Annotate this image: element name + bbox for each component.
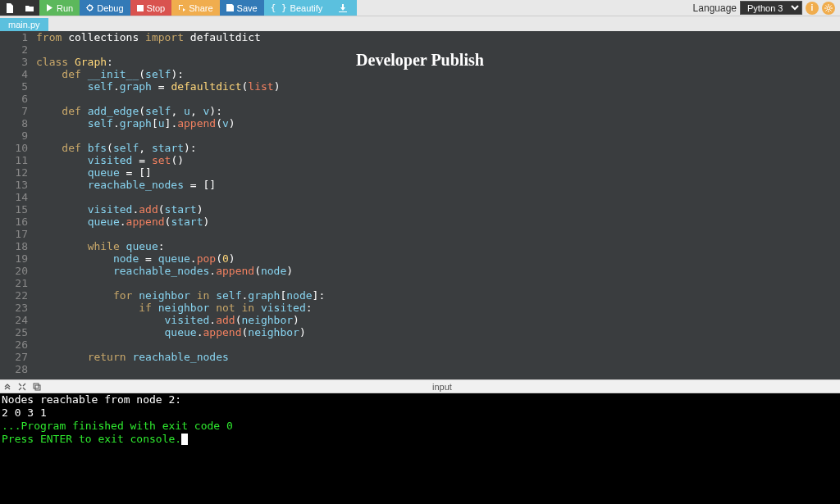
toolbar: Run Debug Stop Share Save { } Beautify L… — [0, 0, 840, 16]
code-line: self.graph = defaultdict(list) — [36, 80, 840, 93]
tab-bar: main.py — [0, 16, 840, 31]
code-line — [36, 363, 840, 375]
code-line: while queue: — [36, 240, 840, 252]
console-line: Nodes reachable from node 2: — [2, 393, 838, 406]
svg-point-2 — [827, 7, 830, 10]
download-icon — [339, 4, 347, 12]
file-tab-label: main.py — [8, 20, 40, 30]
share-button[interactable]: Share — [171, 0, 219, 16]
svg-point-0 — [88, 6, 93, 11]
io-bar: input — [0, 379, 840, 393]
io-collapse-button[interactable] — [0, 379, 15, 393]
code-line: return reachable_nodes — [36, 351, 840, 363]
share-label: Share — [189, 3, 212, 13]
share-icon — [178, 4, 185, 11]
code-line — [36, 191, 840, 203]
code-line: visited.add(neighbor) — [36, 314, 840, 326]
open-file-button[interactable] — [20, 0, 39, 16]
console-line: Press ENTER to exit console. — [2, 433, 838, 446]
stop-label: Stop — [147, 3, 166, 13]
console-line: 2 0 3 1 — [2, 406, 838, 420]
code-line: reachable_nodes = [] — [36, 179, 840, 191]
code-line: visited.add(start) — [36, 203, 840, 216]
save-button[interactable]: Save — [220, 0, 264, 16]
code-line — [36, 277, 840, 289]
folder-open-icon — [25, 3, 34, 13]
code-line: def __init__(self): — [36, 68, 840, 80]
svg-rect-1 — [137, 5, 144, 11]
code-line: def bfs(self, start): — [36, 142, 840, 154]
code-line: from collections import defaultdict — [36, 31, 840, 43]
code-line: reachable_nodes.append(node) — [36, 265, 840, 277]
beautify-button[interactable]: { } Beautify — [264, 0, 330, 16]
file-icon — [5, 3, 15, 13]
console-line: ...Program finished with exit code 0 — [2, 420, 838, 433]
code-line: queue = [] — [36, 166, 840, 179]
code-line: def add_edge(self, u, v): — [36, 105, 840, 117]
code-line: self.graph[u].append(v) — [36, 117, 840, 129]
copy-icon — [33, 383, 41, 391]
code-line: for neighbor in self.graph[node]: — [36, 289, 840, 302]
download-button[interactable] — [329, 0, 357, 16]
line-gutter: 1234567891011121314151617181920212223242… — [0, 31, 33, 379]
settings-button[interactable] — [822, 2, 835, 15]
code-line: queue.append(neighbor) — [36, 326, 840, 338]
collapse-icon — [3, 383, 11, 391]
io-expand-button[interactable] — [15, 379, 30, 393]
stop-icon — [137, 5, 144, 11]
cursor — [181, 434, 188, 445]
debug-button[interactable]: Debug — [80, 0, 130, 16]
expand-icon — [18, 383, 26, 391]
bug-icon — [86, 4, 94, 11]
language-select[interactable]: Python 3 — [740, 1, 802, 15]
toolbar-left: Run Debug Stop Share Save { } Beautify — [0, 0, 357, 16]
stop-button[interactable]: Stop — [130, 0, 172, 16]
code-line — [36, 43, 840, 56]
code-line — [36, 338, 840, 351]
file-tab[interactable]: main.py — [0, 18, 48, 31]
code-editor[interactable]: 1234567891011121314151617181920212223242… — [0, 31, 840, 379]
code-area[interactable]: from collections import defaultdictclass… — [33, 31, 840, 379]
code-line — [36, 228, 840, 240]
run-button[interactable]: Run — [39, 0, 80, 16]
beautify-label: Beautify — [290, 3, 323, 13]
io-copy-button[interactable] — [30, 379, 44, 393]
info-button[interactable]: i — [806, 2, 819, 15]
info-icon: i — [811, 3, 814, 12]
debug-label: Debug — [97, 3, 123, 13]
svg-rect-4 — [35, 385, 40, 390]
code-line: class Graph: — [36, 56, 840, 68]
toolbar-right: Language Python 3 i — [693, 0, 840, 16]
save-icon — [226, 4, 234, 11]
code-line: if neighbor not in visited: — [36, 302, 840, 314]
code-line — [36, 93, 840, 105]
new-file-button[interactable] — [0, 0, 20, 16]
save-label: Save — [237, 3, 258, 13]
play-icon — [46, 4, 53, 11]
code-line: node = queue.pop(0) — [36, 252, 840, 265]
gear-icon — [824, 4, 833, 12]
braces-icon: { } — [271, 2, 287, 13]
code-line: queue.append(start) — [36, 216, 840, 228]
code-line — [36, 129, 840, 142]
svg-rect-3 — [34, 384, 39, 388]
code-line: visited = set() — [36, 154, 840, 166]
run-label: Run — [57, 3, 73, 13]
console-output[interactable]: Nodes reachable from node 2:2 0 3 1...Pr… — [0, 393, 840, 504]
language-label: Language — [693, 2, 737, 14]
io-label: input — [44, 382, 840, 392]
